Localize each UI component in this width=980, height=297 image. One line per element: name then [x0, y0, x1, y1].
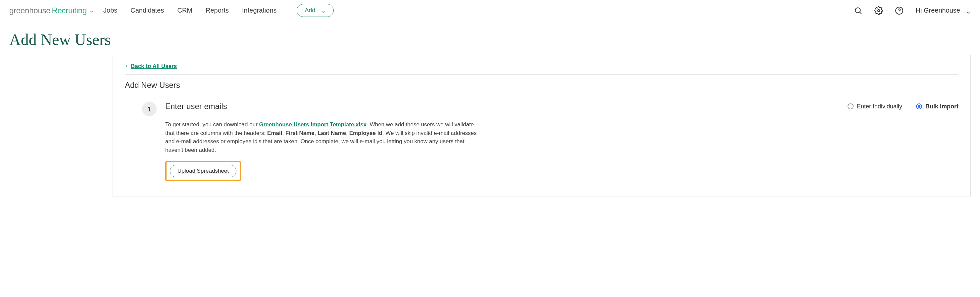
main-panel: Back to All Users Add New Users 1 Enter …: [113, 55, 971, 197]
add-button-label: Add: [305, 7, 315, 14]
header-first-name: First Name: [285, 130, 315, 136]
chevron-down-icon: [89, 6, 94, 11]
radio-icon: [916, 104, 922, 109]
user-greeting-text: Hi Greenhouse: [915, 6, 960, 14]
radio-icon: [848, 104, 854, 109]
page-title: Add New Users: [9, 30, 980, 49]
radio-bulk-import[interactable]: Bulk Import: [916, 103, 958, 110]
entry-mode-radio-group: Enter Individually Bulk Import: [848, 103, 958, 110]
nav-candidates[interactable]: Candidates: [130, 6, 164, 14]
nav-integrations[interactable]: Integrations: [242, 6, 277, 14]
svg-point-0: [856, 8, 861, 13]
top-nav: greenhouse Recruiting Jobs Candidates CR…: [0, 0, 980, 23]
brand-word-2: Recruiting: [52, 6, 87, 15]
panel-subtitle: Add New Users: [125, 81, 958, 90]
nav-crm[interactable]: CRM: [177, 6, 192, 14]
brand-word-1: greenhouse: [9, 6, 50, 15]
svg-point-2: [878, 9, 880, 11]
upload-highlight: Upload Spreadsheet: [165, 161, 241, 181]
radio-enter-individually[interactable]: Enter Individually: [848, 103, 902, 110]
radio-label: Bulk Import: [925, 103, 958, 110]
add-button[interactable]: Add: [297, 4, 334, 17]
user-menu[interactable]: Hi Greenhouse: [915, 6, 971, 14]
chevron-down-icon: [966, 9, 971, 14]
chevron-down-icon: [321, 9, 325, 14]
divider: [125, 74, 958, 75]
step-title: Enter user emails: [165, 102, 227, 111]
gear-icon[interactable]: [874, 6, 883, 15]
step-number-badge: 1: [142, 102, 157, 117]
header-actions: Hi Greenhouse: [854, 6, 971, 15]
import-template-link[interactable]: Greenhouse Users Import Template.xlsx: [259, 121, 367, 128]
step-1: 1 Enter user emails Enter Individually B…: [125, 102, 958, 181]
brand-switcher[interactable]: greenhouse Recruiting: [9, 6, 94, 15]
header-employee-id: Employee Id: [349, 130, 382, 136]
back-link-label: Back to All Users: [131, 63, 177, 70]
step-description: To get started, you can download our Gre…: [165, 120, 480, 154]
header-last-name: Last Name: [318, 130, 346, 136]
nav-jobs[interactable]: Jobs: [103, 6, 117, 14]
header-email: Email: [267, 130, 282, 136]
chevron-left-icon: [125, 63, 129, 70]
radio-label: Enter Individually: [857, 103, 902, 110]
back-to-users-link[interactable]: Back to All Users: [125, 63, 177, 70]
svg-line-1: [860, 12, 862, 14]
help-icon[interactable]: [895, 6, 904, 15]
primary-nav: Jobs Candidates CRM Reports Integrations: [103, 6, 277, 14]
search-icon[interactable]: [854, 6, 862, 15]
nav-reports[interactable]: Reports: [205, 6, 229, 14]
upload-spreadsheet-button[interactable]: Upload Spreadsheet: [170, 165, 236, 177]
